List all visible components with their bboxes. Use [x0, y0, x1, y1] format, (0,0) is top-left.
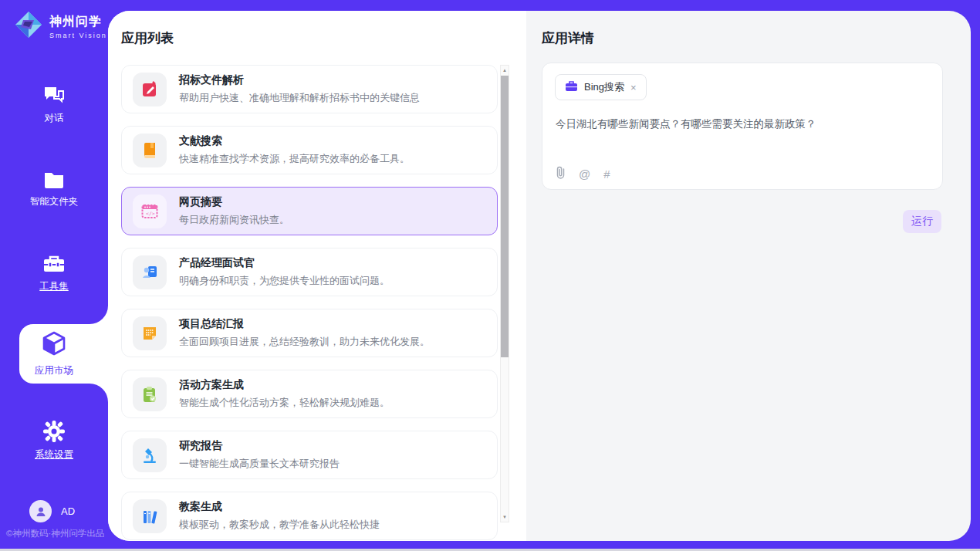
- list-item-project-summary[interactable]: 项目总结汇报 全面回顾项目进展，总结经验教训，助力未来优化发展。: [121, 309, 498, 357]
- avatar: [29, 500, 52, 522]
- cube-icon: [42, 346, 66, 359]
- sidebar-item-smart-folder[interactable]: 智能文件夹: [0, 170, 108, 208]
- user-account[interactable]: AD: [29, 500, 75, 522]
- app-desc: 全面回顾项目进展，总结经验教训，助力未来优化发展。: [179, 335, 430, 349]
- sidebar-item-app-market[interactable]: 应用市场: [0, 330, 108, 377]
- app-desc: 快速精准查找学术资源，提高研究效率的必备工具。: [179, 152, 410, 166]
- sidebar-item-label: 应用市场: [0, 364, 108, 377]
- app-list-panel: 应用列表 招标文件解析 帮助用户快速、准确地理解和解析招标书中的关键信息: [108, 11, 526, 541]
- list-item-web-summary[interactable]: </> 网页摘要 每日政府新闻资讯快查。: [121, 187, 498, 235]
- app-name: 文献搜索: [179, 134, 410, 148]
- prompt-card[interactable]: Bing搜索 × 今日湖北有哪些新闻要点？有哪些需要关注的最新政策？ @ #: [542, 63, 943, 190]
- list-item-research-report[interactable]: 研究报告 一键智能生成高质量长文本研究报告: [121, 431, 498, 479]
- app-name: 产品经理面试官: [179, 256, 390, 270]
- attachment-icon[interactable]: [556, 166, 566, 181]
- gear-icon: [0, 420, 108, 443]
- pen-square-icon: [133, 73, 167, 106]
- brand-diamond-icon: [14, 10, 43, 42]
- sidebar-item-label: 对话: [0, 112, 108, 125]
- clipboard-check-icon: [133, 377, 167, 411]
- mention-icon[interactable]: @: [579, 167, 590, 181]
- input-toolbar: @ #: [556, 166, 610, 181]
- chip-label: Bing搜索: [584, 80, 624, 94]
- app-desc: 每日政府新闻资讯快查。: [179, 213, 289, 227]
- person-desk-icon: [133, 255, 167, 289]
- hashtag-icon[interactable]: #: [603, 167, 610, 181]
- app-name: 研究报告: [179, 439, 340, 453]
- query-input[interactable]: 今日湖北有哪些新闻要点？有哪些需要关注的最新政策？: [556, 117, 926, 131]
- close-icon[interactable]: ×: [630, 82, 637, 93]
- app-logo: 神州问学 Smart Vision: [14, 10, 107, 42]
- brand-subtitle: Smart Vision: [49, 32, 107, 39]
- list-item-event-plan[interactable]: 活动方案生成 智能生成个性化活动方案，轻松解决规划难题。: [121, 370, 498, 418]
- folder-icon: [0, 170, 108, 190]
- list-item-bid-parse[interactable]: 招标文件解析 帮助用户快速、准确地理解和解析招标书中的关键信息: [121, 65, 498, 113]
- main-content: 应用列表 招标文件解析 帮助用户快速、准确地理解和解析招标书中的关键信息: [108, 11, 971, 541]
- sidebar-item-chat[interactable]: 对话: [0, 85, 108, 125]
- app-name: 教案生成: [179, 500, 380, 514]
- scrollbar-thumb[interactable]: [501, 76, 509, 357]
- scrollbar[interactable]: ▲ ▼: [500, 65, 509, 522]
- app-name: 项目总结汇报: [179, 317, 430, 331]
- app-desc: 一键智能生成高质量长文本研究报告: [179, 457, 340, 471]
- app-desc: 智能生成个性化活动方案，轻松解决规划难题。: [179, 396, 390, 410]
- briefcase-icon: [565, 80, 578, 95]
- app-name: 招标文件解析: [179, 73, 420, 87]
- tool-chip-bing-search[interactable]: Bing搜索 ×: [555, 74, 647, 100]
- toolbox-icon: [0, 253, 108, 275]
- sidebar: 神州问学 Smart Vision 对话 智能文件夹: [0, 0, 108, 551]
- app-desc: 帮助用户快速、准确地理解和解析招标书中的关键信息: [179, 91, 420, 105]
- tab-notch-top: [90, 306, 108, 324]
- detail-title: 应用详情: [542, 29, 594, 47]
- app-name: 网页摘要: [179, 195, 289, 209]
- svg-text:</>: </>: [146, 211, 155, 217]
- sidebar-item-label: 工具集: [0, 280, 108, 293]
- run-button[interactable]: 运行: [903, 210, 941, 233]
- sidebar-item-label: 智能文件夹: [0, 195, 108, 208]
- book-icon: [133, 134, 167, 167]
- tab-notch-bottom: [90, 384, 108, 402]
- note-icon: [133, 316, 167, 350]
- list-item-literature-search[interactable]: 文献搜索 快速精准查找学术资源，提高研究效率的必备工具。: [121, 126, 498, 174]
- brand-name: 神州问学: [49, 15, 102, 28]
- user-initials: AD: [61, 505, 75, 517]
- list-item-pm-interviewer[interactable]: 产品经理面试官 明确身份和职责，为您提供专业性的面试问题。: [121, 248, 498, 296]
- copyright-text: ©神州数码·神州问学出品: [6, 528, 104, 539]
- sidebar-item-toolset[interactable]: 工具集: [0, 253, 108, 293]
- app-desc: 模板驱动，教案秒成，教学准备从此轻松快捷: [179, 518, 380, 532]
- sidebar-item-label: 系统设置: [0, 448, 108, 461]
- app-name: 活动方案生成: [179, 378, 390, 392]
- app-detail-panel: 应用详情 Bing搜索 × 今日湖北有哪些新闻要点？有哪些需要关注的最新政策？: [526, 11, 971, 541]
- list-item-lesson-plan[interactable]: 教案生成 模板驱动，教案秒成，教学准备从此轻松快捷: [121, 492, 498, 540]
- chat-icon: [0, 85, 108, 106]
- scroll-up-icon[interactable]: ▲: [501, 66, 509, 75]
- page-title: 应用列表: [121, 29, 174, 47]
- browser-code-icon: </>: [133, 194, 167, 228]
- app-list: 招标文件解析 帮助用户快速、准确地理解和解析招标书中的关键信息 文献搜索 快速精…: [121, 65, 498, 541]
- sidebar-item-settings[interactable]: 系统设置: [0, 420, 108, 461]
- scroll-down-icon[interactable]: ▼: [501, 512, 509, 522]
- app-desc: 明确身份和职责，为您提供专业性的面试问题。: [179, 274, 390, 288]
- books-icon: [133, 499, 167, 533]
- microscope-icon: [133, 438, 167, 472]
